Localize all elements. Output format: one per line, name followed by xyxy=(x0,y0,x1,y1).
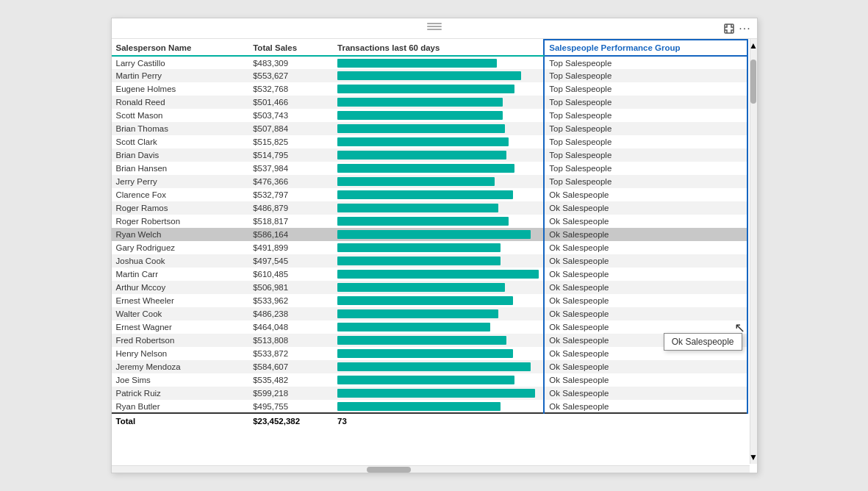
cell-group[interactable]: Top Salespeople xyxy=(544,56,747,69)
cell-name: Brian Thomas xyxy=(112,122,249,135)
cell-bar xyxy=(333,334,544,347)
cell-sales: $486,879 xyxy=(248,201,333,215)
table-row: Brian Hansen$537,984Top Salespeople xyxy=(112,162,747,175)
scrollbar-thumb-v[interactable] xyxy=(750,60,756,104)
table-row: Fred Robertson$513,808Ok Salespeople xyxy=(112,334,747,347)
cell-group[interactable]: Ok Salespeople xyxy=(544,241,747,254)
cell-group[interactable]: Top Salespeople xyxy=(544,162,747,175)
svg-rect-0 xyxy=(725,24,734,33)
cell-bar xyxy=(333,281,544,294)
cell-group[interactable]: Ok Salespeople xyxy=(544,373,747,387)
cell-group[interactable]: Ok Salespeople xyxy=(544,347,747,360)
cell-name: Scott Mason xyxy=(112,109,249,122)
table-row: Brian Thomas$507,884Top Salespeople xyxy=(112,122,747,135)
col-header-group[interactable]: Salespeople Performance Group xyxy=(544,40,747,56)
cell-bar xyxy=(333,122,544,135)
cell-bar xyxy=(333,228,544,241)
cell-sales: $584,607 xyxy=(248,360,333,373)
cell-group[interactable]: Ok Salespeople xyxy=(544,188,747,201)
table-row: Ronald Reed$501,466Top Salespeople xyxy=(112,96,747,109)
cell-group[interactable]: Ok Salespeople xyxy=(544,201,747,215)
cell-name: Ryan Butler xyxy=(112,400,249,413)
cell-bar xyxy=(333,148,544,162)
table-row: Gary Rodriguez$491,899Ok Salespeople xyxy=(112,241,747,254)
cell-group[interactable]: Ok Salespeople xyxy=(544,215,747,228)
cell-sales: $483,309 xyxy=(248,56,333,69)
cell-group[interactable]: Ok Salespeople xyxy=(544,254,747,268)
cell-group[interactable]: Ok Salespeople xyxy=(544,387,747,400)
cell-bar xyxy=(333,175,544,188)
cell-bar xyxy=(333,307,544,320)
cell-group[interactable]: Top Salespeople xyxy=(544,148,747,162)
cell-sales: $533,872 xyxy=(248,347,333,360)
cell-group[interactable]: Top Salespeople xyxy=(544,109,747,122)
cell-group[interactable]: Top Salespeople xyxy=(544,96,747,109)
expand-icon[interactable] xyxy=(723,23,735,35)
cell-name: Gary Rodriguez xyxy=(112,241,249,254)
cell-group[interactable]: Top Salespeople xyxy=(544,122,747,135)
table-footer-row: Total $23,452,382 73 xyxy=(112,413,747,429)
cell-sales: $553,627 xyxy=(248,69,333,82)
table-row: Clarence Fox$532,797Ok Salespeople xyxy=(112,188,747,201)
cell-sales: $532,768 xyxy=(248,82,333,96)
cell-group[interactable]: Ok Salespeople xyxy=(544,294,747,307)
scrollbar-thumb-h[interactable] xyxy=(367,467,411,473)
cell-sales: $533,962 xyxy=(248,294,333,307)
cell-bar xyxy=(333,162,544,175)
cell-group[interactable]: Top Salespeople xyxy=(544,135,747,148)
cell-bar xyxy=(333,215,544,228)
table-row: Arthur Mccoy$506,981Ok Salespeople xyxy=(112,281,747,294)
cell-name: Brian Hansen xyxy=(112,162,249,175)
cell-name: Clarence Fox xyxy=(112,188,249,201)
table-row: Martin Carr$610,485Ok Salespeople xyxy=(112,268,747,281)
cell-group[interactable]: Ok Salespeople xyxy=(544,334,747,347)
cell-group[interactable]: Top Salespeople xyxy=(544,69,747,82)
cell-sales: $515,825 xyxy=(248,135,333,148)
cell-sales: $518,817 xyxy=(248,215,333,228)
vertical-scrollbar[interactable]: ▲ ▼ xyxy=(750,39,757,464)
cell-group[interactable]: Ok Salespeople xyxy=(544,360,747,373)
cell-name: Roger Robertson xyxy=(112,215,249,228)
cell-group[interactable]: Top Salespeople xyxy=(544,175,747,188)
cell-group[interactable]: Top Salespeople xyxy=(544,82,747,96)
cell-sales: $501,466 xyxy=(248,96,333,109)
table-row: Patrick Ruiz$599,218Ok Salespeople xyxy=(112,387,747,400)
cell-name: Martin Perry xyxy=(112,69,249,82)
col-header-name: Salesperson Name xyxy=(112,40,249,56)
cell-name: Walter Cook xyxy=(112,307,249,320)
cell-bar xyxy=(333,360,544,373)
cell-sales: $491,899 xyxy=(248,241,333,254)
table-row: Joshua Cook$497,545Ok Salespeople xyxy=(112,254,747,268)
cell-group[interactable]: Ok Salespeople xyxy=(544,281,747,294)
cell-group[interactable]: Ok Salespeople xyxy=(544,320,747,334)
table-row: Jerry Perry$476,366Top Salespeople xyxy=(112,175,747,188)
table-row: Martin Perry$553,627Top Salespeople xyxy=(112,69,747,82)
table-row: Scott Mason$503,743Top Salespeople xyxy=(112,109,747,122)
cell-bar xyxy=(333,347,544,360)
cell-group[interactable]: Ok Salespeople xyxy=(544,268,747,281)
cell-sales: $537,984 xyxy=(248,162,333,175)
col-header-sales: Total Sales xyxy=(248,40,333,56)
footer-sales: $23,452,382 xyxy=(248,413,333,429)
footer-label: Total xyxy=(112,413,249,429)
cell-bar xyxy=(333,82,544,96)
cell-name: Joe Sims xyxy=(112,373,249,387)
cell-sales: $586,164 xyxy=(248,228,333,241)
cell-bar xyxy=(333,254,544,268)
cell-bar xyxy=(333,201,544,215)
cell-name: Eugene Holmes xyxy=(112,82,249,96)
horizontal-scrollbar[interactable] xyxy=(112,465,750,473)
cell-bar xyxy=(333,294,544,307)
cell-group[interactable]: Ok Salespeople xyxy=(544,400,747,413)
cell-group[interactable]: Ok Salespeople xyxy=(544,228,747,241)
cell-name: Henry Nelson xyxy=(112,347,249,360)
cell-name: Brian Davis xyxy=(112,148,249,162)
drag-handle[interactable] xyxy=(427,23,442,30)
cell-name: Jerry Perry xyxy=(112,175,249,188)
cell-bar xyxy=(333,109,544,122)
more-options-icon[interactable]: ··· xyxy=(739,23,751,35)
table-row: Brian Davis$514,795Top Salespeople xyxy=(112,148,747,162)
cell-bar xyxy=(333,320,544,334)
cell-group[interactable]: Ok Salespeople xyxy=(544,307,747,320)
table-row: Jeremy Mendoza$584,607Ok Salespeople xyxy=(112,360,747,373)
